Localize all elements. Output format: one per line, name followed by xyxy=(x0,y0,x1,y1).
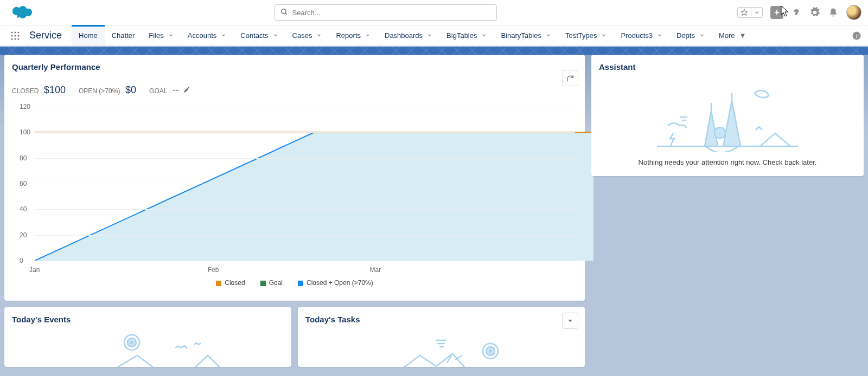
chevron-down-icon[interactable] xyxy=(546,31,551,40)
notifications-bell-icon[interactable] xyxy=(828,7,839,18)
assistant-empty-text: Nothing needs your attention right now. … xyxy=(591,158,864,176)
app-launcher-icon[interactable] xyxy=(4,25,26,46)
global-header: + ? xyxy=(0,0,868,25)
x-tick: Feb xyxy=(208,266,370,274)
nav-item-label: Chatter xyxy=(112,31,135,40)
chevron-down-icon[interactable] xyxy=(601,31,607,40)
y-tick: 60 xyxy=(20,180,27,187)
legend-blue: Closed + Open (>70%) xyxy=(307,279,373,287)
x-tick: Jan xyxy=(29,266,208,274)
svg-line-1 xyxy=(285,12,286,14)
global-search[interactable] xyxy=(275,4,497,21)
nav-more[interactable]: More ▼ xyxy=(712,25,754,46)
content-area: Quarterly Performance CLOSED $100 OPEN (… xyxy=(0,55,868,376)
nav-more-label: More xyxy=(719,31,735,40)
chevron-down-icon[interactable] xyxy=(657,31,662,40)
help-icon[interactable]: ? xyxy=(791,7,802,18)
y-tick: 40 xyxy=(20,205,27,213)
svg-marker-2 xyxy=(741,9,748,15)
nav-item-cases[interactable]: Cases xyxy=(285,25,329,46)
todays-events-card: Today's Events xyxy=(4,307,291,367)
y-tick: 100 xyxy=(20,128,30,136)
svg-point-5 xyxy=(11,31,13,33)
nav-item-chatter[interactable]: Chatter xyxy=(105,25,142,46)
nav-item-dashboards[interactable]: Dashboards xyxy=(378,25,439,46)
goal-label: GOAL xyxy=(149,87,167,95)
svg-text:?: ? xyxy=(794,8,799,16)
svg-point-0 xyxy=(281,9,285,13)
star-icon[interactable] xyxy=(738,8,751,17)
chevron-down-icon[interactable] xyxy=(481,31,487,40)
search-icon xyxy=(280,8,288,17)
nav-item-binarytables[interactable]: BinaryTables xyxy=(494,25,558,46)
qp-metrics: CLOSED $100 OPEN (>70%) $0 GOAL -- xyxy=(4,75,585,99)
chevron-down-icon[interactable] xyxy=(221,31,226,40)
y-tick: 0 xyxy=(20,257,23,264)
nav-item-label: Contacts xyxy=(240,31,268,40)
closed-label: CLOSED xyxy=(12,87,39,95)
qp-legend: Closed Goal Closed + Open (>70%) xyxy=(4,274,585,292)
events-illustration xyxy=(4,327,291,367)
edit-goal-icon[interactable] xyxy=(183,87,190,95)
tasks-menu-button[interactable] xyxy=(562,313,578,329)
nav-item-contacts[interactable]: Contacts xyxy=(233,25,285,46)
assistant-title: Assistant xyxy=(591,55,864,75)
caret-down-icon: ▼ xyxy=(739,31,746,40)
refresh-button[interactable] xyxy=(562,70,578,86)
nav-item-depts[interactable]: Depts xyxy=(669,25,712,46)
nav-item-products3[interactable]: Products3 xyxy=(614,25,669,46)
nav-item-label: Home xyxy=(79,31,98,40)
app-name: Service xyxy=(26,25,72,46)
nav-item-label: BigTables xyxy=(446,31,477,40)
tasks-title: Today's Tasks xyxy=(298,307,585,327)
svg-point-8 xyxy=(11,35,13,36)
qp-chart: 020406080100120 xyxy=(16,102,575,265)
search-input[interactable] xyxy=(292,9,491,17)
chevron-down-icon[interactable] xyxy=(365,31,371,40)
open-value: $0 xyxy=(125,85,136,95)
svg-point-6 xyxy=(15,31,16,33)
nav-item-testtypes[interactable]: TestTypes xyxy=(558,25,614,46)
svg-marker-27 xyxy=(723,100,741,146)
nav-item-bigtables[interactable]: BigTables xyxy=(439,25,494,46)
nav-item-files[interactable]: Files xyxy=(142,25,180,46)
chevron-down-icon[interactable] xyxy=(751,8,762,17)
todays-tasks-card: Today's Tasks xyxy=(298,307,585,367)
chevron-down-icon[interactable] xyxy=(273,31,278,40)
setup-gear-icon[interactable] xyxy=(809,7,820,18)
y-tick: 120 xyxy=(20,103,30,111)
svg-point-9 xyxy=(15,35,16,36)
y-tick: 20 xyxy=(20,231,27,239)
x-tick: Mar xyxy=(369,266,381,274)
svg-text:z: z xyxy=(719,130,722,136)
nav-item-label: Depts xyxy=(676,31,695,40)
nav-item-label: Reports xyxy=(336,31,361,40)
y-tick: 80 xyxy=(20,154,27,162)
nav-item-home[interactable]: Home xyxy=(72,25,105,46)
svg-point-7 xyxy=(18,31,20,33)
favorites-split[interactable] xyxy=(737,7,763,18)
chevron-down-icon[interactable] xyxy=(168,31,174,40)
global-actions-button[interactable]: + xyxy=(770,6,783,19)
chevron-down-icon[interactable] xyxy=(427,31,432,40)
nav-item-reports[interactable]: Reports xyxy=(329,25,378,46)
legend-goal: Goal xyxy=(269,279,283,287)
chevron-down-icon[interactable] xyxy=(699,31,705,40)
legend-closed: Closed xyxy=(225,279,245,287)
svg-marker-19 xyxy=(569,320,572,322)
nav-info-icon[interactable]: i xyxy=(852,25,861,46)
salesforce-logo[interactable] xyxy=(11,5,34,20)
assistant-card: Assistant z xyxy=(591,55,864,176)
nav-item-label: Products3 xyxy=(621,31,653,40)
nav-item-accounts[interactable]: Accounts xyxy=(181,25,233,46)
assistant-illustration: z xyxy=(591,75,864,158)
nav-item-label: Cases xyxy=(292,31,312,40)
svg-point-13 xyxy=(18,38,20,40)
chevron-down-icon[interactable] xyxy=(316,31,322,40)
nav-item-label: TestTypes xyxy=(565,31,597,40)
tasks-illustration xyxy=(298,327,585,367)
nav-item-label: Dashboards xyxy=(385,31,423,40)
qp-x-axis: JanFebMar xyxy=(35,266,575,274)
user-avatar[interactable] xyxy=(846,5,861,20)
open-label: OPEN (>70%) xyxy=(79,87,120,95)
